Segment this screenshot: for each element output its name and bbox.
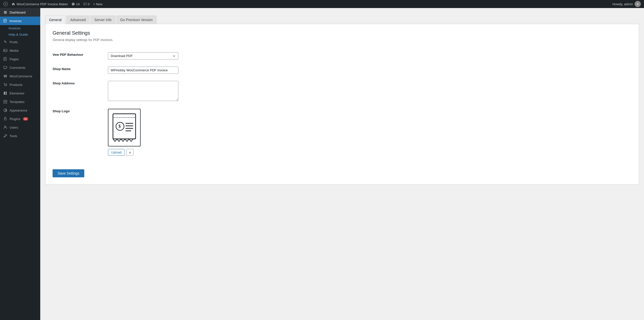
save-section: Save Settings xyxy=(53,165,632,178)
settings-title: General Settings xyxy=(53,30,632,36)
sidebar-item-woocommerce[interactable]: W WooCommerce xyxy=(0,72,40,80)
shop-name-input[interactable] xyxy=(108,67,178,74)
new-content-button[interactable]: + New xyxy=(93,2,102,6)
field-shop-address: Shop Address xyxy=(53,77,632,105)
admin-sidebar: ⊞ Dashboard Invoices Invoices Help & Gui… xyxy=(0,8,40,320)
sidebar-item-comments[interactable]: Comments xyxy=(0,63,40,72)
shop-name-label: Shop Name xyxy=(53,63,108,77)
tab-server-info[interactable]: Server Info xyxy=(91,16,115,24)
woocommerce-icon: W xyxy=(3,74,8,78)
svg-text:$: $ xyxy=(118,124,121,129)
svg-rect-16 xyxy=(6,93,7,95)
sidebar-item-plugins[interactable]: Plugins 10 xyxy=(0,115,40,123)
logo-preview: $ xyxy=(108,109,141,146)
tab-bar: General Advanced Server Info Go Premium … xyxy=(45,13,639,24)
sidebar-subitem-help[interactable]: Help & Guide xyxy=(0,31,40,38)
svg-rect-6 xyxy=(4,49,7,52)
field-shop-logo: Shop Logo xyxy=(53,105,632,159)
main-content: General Advanced Server Info Go Premium … xyxy=(40,8,644,320)
svg-rect-21 xyxy=(4,118,6,120)
sidebar-item-templates[interactable]: Templates xyxy=(0,97,40,106)
sidebar-item-appearance[interactable]: Appearance xyxy=(0,106,40,115)
wp-logo[interactable]: W xyxy=(3,2,8,7)
settings-panel: General Settings General display setting… xyxy=(45,24,639,185)
elementor-icon xyxy=(3,91,8,95)
logo-buttons: Upload x xyxy=(108,149,632,156)
svg-point-13 xyxy=(6,85,7,86)
remove-logo-button[interactable]: x xyxy=(126,149,134,156)
invoices-icon xyxy=(3,19,8,23)
sidebar-subitem-invoices[interactable]: Invoices xyxy=(0,25,40,31)
plugins-badge: 10 xyxy=(23,117,28,121)
templates-icon xyxy=(3,99,8,104)
admin-bar: W WooCommerce PDF Invoice Maker 14 0 + N xyxy=(0,0,644,8)
svg-line-22 xyxy=(6,117,6,118)
users-icon xyxy=(3,125,8,130)
settings-description: General display settings for PDF invoice… xyxy=(53,38,632,42)
view-pdf-label: Vew PDF Behaviour xyxy=(53,49,108,63)
products-icon xyxy=(3,82,8,87)
tools-icon xyxy=(3,134,8,138)
pages-icon xyxy=(3,57,8,61)
shop-address-input[interactable] xyxy=(108,81,178,101)
comments-icon xyxy=(3,65,8,70)
field-view-pdf: Vew PDF Behaviour Download PDFOpen in Br… xyxy=(53,49,632,63)
sidebar-item-dashboard[interactable]: ⊞ Dashboard xyxy=(0,8,40,17)
sidebar-item-pages[interactable]: Pages xyxy=(0,55,40,63)
updates-counter[interactable]: 14 xyxy=(71,2,79,6)
shop-address-label: Shop Address xyxy=(53,77,108,105)
svg-point-12 xyxy=(5,85,5,86)
avatar: A xyxy=(634,1,641,7)
tab-go-premium[interactable]: Go Premium Version xyxy=(116,16,156,24)
appearance-icon xyxy=(3,108,8,113)
admin-user-menu[interactable]: Howdy, admin A xyxy=(613,1,641,7)
upload-button[interactable]: Upload xyxy=(108,149,125,156)
sidebar-item-media[interactable]: Media xyxy=(0,46,40,55)
dashboard-icon: ⊞ xyxy=(3,10,8,15)
tab-advanced[interactable]: Advanced xyxy=(66,16,90,24)
sidebar-item-invoices[interactable]: Invoices xyxy=(0,17,40,25)
sidebar-item-elementor[interactable]: Elementor xyxy=(0,89,40,97)
svg-rect-14 xyxy=(4,92,5,95)
sidebar-item-tools[interactable]: Tools xyxy=(0,132,40,140)
media-icon xyxy=(3,48,8,53)
sidebar-item-products[interactable]: Products xyxy=(0,80,40,89)
field-shop-name: Shop Name xyxy=(53,63,632,77)
svg-text:W: W xyxy=(5,3,7,5)
plugins-icon xyxy=(3,117,8,121)
svg-line-23 xyxy=(4,117,5,118)
sidebar-item-users[interactable]: Users xyxy=(0,123,40,132)
comments-counter[interactable]: 0 xyxy=(83,2,90,6)
tab-general[interactable]: General xyxy=(45,16,65,24)
view-pdf-select[interactable]: Download PDFOpen in Browser xyxy=(108,52,178,60)
site-name[interactable]: WooCommerce PDF Invoice Maker xyxy=(12,2,68,6)
svg-point-24 xyxy=(5,126,6,127)
posts-icon: ✎ xyxy=(3,40,8,44)
svg-rect-15 xyxy=(6,92,7,93)
sidebar-item-posts[interactable]: ✎ Posts xyxy=(0,38,40,46)
shop-logo-label: Shop Logo xyxy=(53,105,108,159)
settings-form: Vew PDF Behaviour Download PDFOpen in Br… xyxy=(53,49,632,159)
save-settings-button[interactable]: Save Settings xyxy=(53,169,84,177)
